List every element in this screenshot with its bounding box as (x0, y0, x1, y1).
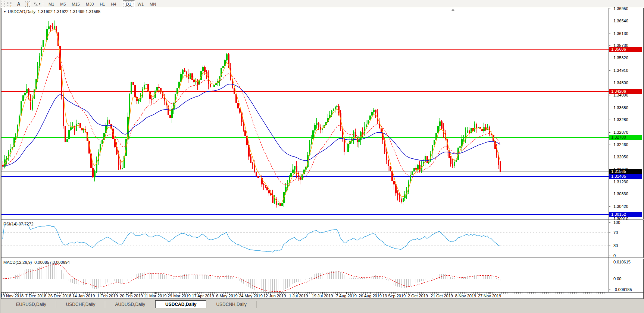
candle-body (256, 172, 257, 176)
timeframe-d1[interactable]: D1 (123, 0, 135, 7)
level-badge-1.32700: 1.32700 (609, 135, 642, 140)
level-badge-1.30152: 1.30152 (609, 212, 642, 217)
pane-divider-rsi[interactable] (1, 219, 644, 220)
candle-body (425, 156, 426, 162)
chart-symbol: USDCAD,Daily (8, 9, 35, 14)
candle-body (316, 123, 318, 125)
price-tick-mark (609, 58, 610, 58)
rsi-tick-label: 30 (613, 243, 618, 248)
candle-body (94, 171, 96, 177)
candle-body (441, 121, 443, 129)
timeframe-m5[interactable]: M5 (57, 1, 69, 7)
price-tick-mark (609, 120, 610, 120)
candle-body (92, 168, 94, 177)
arrows-icon[interactable]: ▾ (32, 1, 41, 7)
tab-audusd[interactable]: AUDUSD,Daily (105, 301, 155, 308)
chevron-down-icon: ▾ (39, 2, 40, 6)
candle-body (371, 112, 373, 116)
candle-body (294, 166, 296, 170)
chart-ohlc: 1.31902 1.31922 1.31499 1.31565 (38, 9, 100, 14)
candle-body (70, 127, 72, 130)
date-tick-label: 20 Feb 2019 (120, 294, 143, 298)
timeframe-h4[interactable]: H4 (108, 1, 119, 7)
candle-body (439, 121, 441, 126)
toolbar-grip[interactable] (1, 1, 5, 7)
price-tick-mark (609, 182, 610, 182)
price-tick-label: 1.36130 (613, 31, 628, 36)
timeframe-w1[interactable]: W1 (135, 1, 147, 7)
macd-tick-label: -0.009185 (613, 287, 632, 292)
candle-body (76, 124, 77, 131)
price-tick-label: 1.32460 (613, 142, 628, 147)
rsi-pane[interactable] (1, 220, 609, 257)
timeframe-h1[interactable]: H1 (97, 1, 108, 7)
candle-body (178, 82, 180, 88)
candle-body (263, 184, 265, 186)
candle-body (375, 110, 376, 113)
candle-body (437, 126, 439, 133)
date-tick-label: 26 Aug 2019 (359, 294, 382, 298)
candle-body (213, 85, 215, 87)
candle-body (180, 74, 182, 82)
candle-body (171, 109, 173, 118)
timeframe-m15[interactable]: M15 (69, 1, 83, 7)
date-tick-label: 17 Apr 2019 (192, 294, 214, 298)
candle-body (336, 106, 338, 107)
candle-body (393, 181, 395, 184)
candle-body (78, 123, 79, 124)
timeframe-mn[interactable]: MN (147, 1, 159, 7)
candle-body (39, 56, 40, 66)
date-tick-label: 2 Oct 2019 (408, 294, 428, 298)
rsi-tick-label: 100 (613, 220, 620, 225)
date-tick-label: 13 Sep 2019 (382, 294, 406, 298)
text-icon[interactable]: A (15, 1, 23, 7)
macd-pane[interactable] (1, 259, 609, 293)
candle-body (195, 82, 197, 82)
candle-body (296, 166, 297, 173)
candle-body (129, 94, 130, 117)
candle-body (469, 130, 470, 133)
tab-usdcnh[interactable]: USDCNH,Daily (206, 301, 256, 308)
date-tick-label: 29 Mar 2019 (168, 294, 191, 298)
tab-usdcad[interactable]: USDCAD,Daily (155, 300, 206, 308)
price-tick-label: 1.33680 (613, 105, 628, 110)
svg-text:F: F (10, 4, 12, 7)
candle-body (344, 139, 345, 152)
candle-body (68, 130, 70, 140)
label-icon[interactable]: T (24, 1, 32, 7)
candle-body (311, 139, 312, 144)
chart-shift-marker[interactable] (451, 9, 454, 11)
price-tick-label: 1.35320 (613, 56, 628, 60)
candle-body (52, 27, 53, 29)
rsi-tick-mark (609, 256, 610, 256)
tab-eurusd[interactable]: EURUSD,Daily (6, 301, 56, 308)
price-pane[interactable] (1, 8, 609, 219)
candle-body (373, 110, 375, 112)
candle-body (65, 126, 66, 142)
candle-body (333, 109, 334, 111)
candle-body (314, 125, 316, 130)
candle-body (250, 156, 251, 163)
date-tick-label: 11 Mar 2019 (144, 294, 167, 298)
candle-body (290, 173, 292, 177)
fibonacci-icon[interactable]: F (6, 1, 14, 7)
tab-usdchf[interactable]: USDCHF,Daily (56, 301, 106, 308)
chevron-down-icon[interactable]: ▼ (3, 10, 6, 13)
candle-body (26, 89, 28, 93)
current-price-badge: 1.31565 (609, 169, 642, 174)
candle-body (254, 165, 255, 172)
candle-body (500, 161, 501, 171)
timeframe-m1[interactable]: M1 (46, 1, 57, 7)
date-tick-label: 1 Feb 2019 (97, 294, 118, 298)
date-tick-label: 24 May 2019 (239, 294, 263, 298)
macd-tick-mark (609, 279, 610, 279)
price-tick-mark (609, 45, 610, 46)
pane-divider-macd[interactable] (1, 257, 644, 259)
date-tick-label: 7 Aug 2019 (336, 294, 357, 298)
candle-body (467, 130, 468, 133)
timeframe-group: M1M5M15M30H1H4D1W1MN (46, 0, 159, 7)
timeframe-m30[interactable]: M30 (83, 1, 97, 7)
ma-mid-line (3, 57, 500, 184)
candle-body (134, 85, 136, 97)
candle-body (234, 88, 235, 94)
